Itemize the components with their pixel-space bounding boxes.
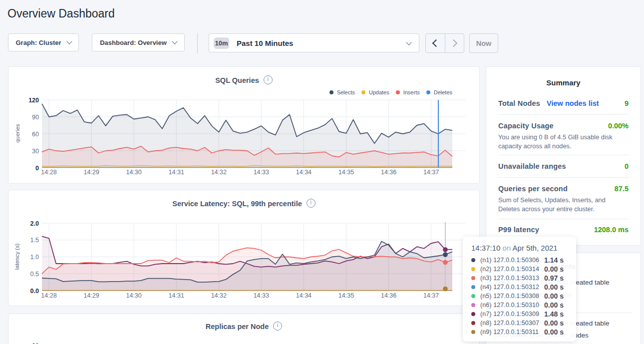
svg-text:14:28: 14:28 — [41, 169, 56, 176]
svg-text:14:30: 14:30 — [126, 292, 141, 299]
svg-text:2.0: 2.0 — [30, 220, 39, 227]
svg-text:0: 0 — [35, 165, 39, 172]
svg-text:14:31: 14:31 — [169, 169, 184, 176]
svg-text:30: 30 — [32, 148, 39, 155]
svg-text:14:37: 14:37 — [423, 169, 439, 176]
svg-text:0.0: 0.0 — [30, 288, 39, 295]
svg-text:14:34: 14:34 — [296, 169, 312, 176]
svg-text:latency (s): latency (s) — [14, 243, 20, 270]
svg-text:14:29: 14:29 — [83, 292, 99, 299]
svg-text:14:37: 14:37 — [423, 292, 439, 299]
svg-text:14:31: 14:31 — [169, 292, 184, 299]
svg-text:1.5: 1.5 — [30, 237, 39, 244]
svg-text:90: 90 — [32, 114, 39, 121]
svg-text:14:36: 14:36 — [381, 169, 396, 176]
svg-text:14:35: 14:35 — [338, 292, 354, 299]
svg-text:14:33: 14:33 — [254, 169, 269, 176]
svg-text:14:32: 14:32 — [211, 169, 227, 176]
svg-text:14:36: 14:36 — [381, 292, 396, 299]
svg-text:14:29: 14:29 — [83, 169, 99, 176]
svg-text:14:30: 14:30 — [126, 169, 141, 176]
svg-text:14:33: 14:33 — [254, 292, 269, 299]
svg-text:queries: queries — [14, 124, 20, 143]
svg-text:14:34: 14:34 — [296, 292, 312, 299]
svg-text:14:32: 14:32 — [211, 292, 227, 299]
svg-text:0.5: 0.5 — [30, 271, 39, 278]
svg-text:14:28: 14:28 — [41, 292, 56, 299]
svg-text:1.0: 1.0 — [30, 254, 39, 261]
svg-text:60: 60 — [32, 131, 39, 138]
svg-text:14:35: 14:35 — [338, 169, 354, 176]
svg-text:120: 120 — [28, 97, 39, 104]
